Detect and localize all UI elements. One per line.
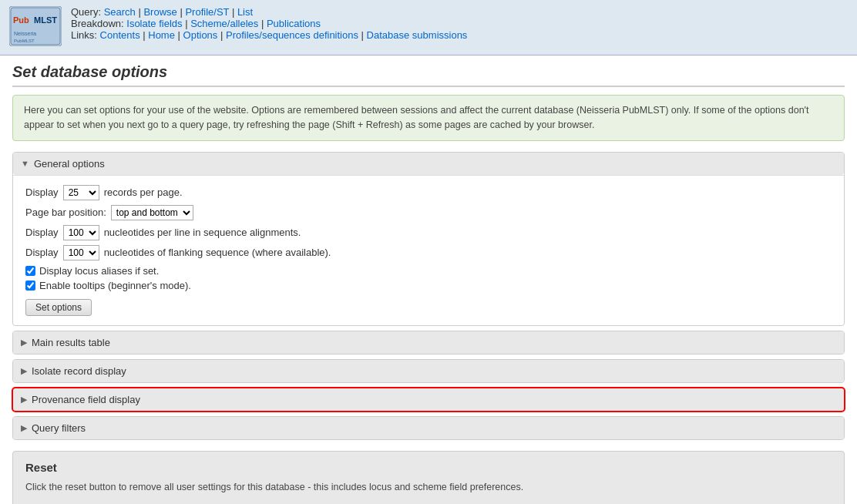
header: Pub MLST Neisseria PubMLST Query: Search… [0, 0, 857, 55]
reset-description: Click the reset button to remove all use… [25, 480, 832, 495]
section-provenance-field: ▶ Provenance field display [12, 388, 845, 412]
section-content-general: Display 10 25 50 100 200 records per pag… [13, 175, 844, 325]
arrow-isolate-record: ▶ [21, 366, 27, 376]
arrow-main-results: ▶ [21, 338, 27, 348]
records-per-page-select[interactable]: 10 25 50 100 200 [63, 185, 99, 200]
pagebar-select[interactable]: top only bottom only top and bottom none [111, 205, 193, 220]
nav-isolate-fields[interactable]: Isolate fields [126, 18, 182, 29]
svg-text:Pub: Pub [13, 15, 29, 25]
section-query-filters: ▶ Query filters [12, 416, 845, 440]
svg-text:Neisseria: Neisseria [14, 31, 36, 36]
records-row: Display 10 25 50 100 200 records per pag… [25, 185, 832, 200]
tooltips-label: Enable tooltips (beginner's mode). [39, 280, 191, 291]
query-label: Query: [71, 6, 101, 18]
section-header-provenance[interactable]: ▶ Provenance field display [13, 388, 844, 411]
section-label-isolate-record: Isolate record display [32, 365, 126, 377]
aliases-row: Display locus aliases if set. [25, 265, 832, 277]
nav-contents[interactable]: Contents [100, 29, 140, 41]
pagebar-label: Page bar position: [25, 207, 106, 218]
nav-list[interactable]: List [237, 6, 253, 18]
nav-publications[interactable]: Publications [267, 18, 321, 29]
pagebar-row: Page bar position: top only bottom only … [25, 205, 832, 220]
section-general-options: ▼ General options Display 10 25 50 100 2… [12, 152, 845, 326]
flanking-select[interactable]: 50 100 150 200 [63, 245, 99, 260]
section-header-isolate-record[interactable]: ▶ Isolate record display [13, 360, 844, 382]
query-row: Query: Search | Browse | Profile/ST | Li… [71, 6, 467, 18]
flanking-label1: Display [25, 247, 59, 258]
info-box: Here you can set options for your use of… [12, 95, 845, 141]
logo: Pub MLST Neisseria PubMLST [9, 6, 62, 49]
records-per-page-label: records per page. [104, 186, 183, 198]
nav-profile-st[interactable]: Profile/ST [185, 6, 229, 18]
arrow-query-filters: ▶ [21, 423, 27, 433]
nav-scheme-alleles[interactable]: Scheme/alleles [190, 18, 258, 29]
links-row: Links: Contents | Home | Options | Profi… [71, 29, 467, 41]
nav-home[interactable]: Home [148, 29, 175, 41]
tooltips-row: Enable tooltips (beginner's mode). [25, 280, 832, 291]
section-label-provenance: Provenance field display [32, 394, 140, 405]
nav-browse[interactable]: Browse [143, 6, 176, 18]
nucleotides-row: Display 50 100 150 200 nucleotides per l… [25, 225, 832, 240]
display-label-records: Display [25, 186, 59, 198]
page-content: Set database options Here you can set op… [0, 55, 857, 504]
section-header-main-results[interactable]: ▶ Main results table [13, 331, 844, 354]
svg-text:PubMLST: PubMLST [14, 39, 35, 43]
nav-search[interactable]: Search [104, 6, 136, 18]
svg-text:MLST: MLST [34, 15, 57, 25]
set-options-button[interactable]: Set options [25, 299, 92, 316]
tooltips-checkbox[interactable] [25, 281, 35, 291]
aliases-checkbox[interactable] [25, 266, 35, 276]
section-main-results: ▶ Main results table [12, 331, 845, 354]
header-links-block: Query: Search | Browse | Profile/ST | Li… [71, 6, 467, 41]
reset-section: Reset Click the reset button to remove a… [12, 451, 845, 505]
arrow-general: ▼ [21, 159, 29, 168]
section-label-main-results: Main results table [32, 337, 110, 348]
links-label: Links: [71, 29, 97, 41]
nucleotides-select[interactable]: 50 100 150 200 [63, 225, 99, 240]
section-label-general: General options [34, 158, 105, 170]
reset-title: Reset [25, 461, 832, 474]
flanking-row: Display 50 100 150 200 nucleotides of fl… [25, 245, 832, 260]
nav-database-submissions[interactable]: Database submissions [367, 29, 468, 41]
nucleotides-label1: Display [25, 227, 59, 238]
nav-profiles-sequences[interactable]: Profiles/sequences definitions [226, 29, 358, 41]
breakdown-row: Breakdown: Isolate fields | Scheme/allel… [71, 18, 467, 29]
section-header-query-filters[interactable]: ▶ Query filters [13, 417, 844, 439]
aliases-label: Display locus aliases if set. [39, 265, 159, 277]
breakdown-label: Breakdown: [71, 18, 124, 29]
arrow-provenance: ▶ [21, 395, 27, 405]
nucleotides-label2: nucleotides per line in sequence alignme… [104, 227, 301, 238]
flanking-label2: nucleotides of flanking sequence (where … [104, 247, 331, 258]
nav-options[interactable]: Options [183, 29, 218, 41]
section-label-query-filters: Query filters [32, 422, 86, 434]
section-header-general[interactable]: ▼ General options [13, 153, 844, 175]
page-title: Set database options [12, 63, 845, 87]
section-isolate-record: ▶ Isolate record display [12, 359, 845, 383]
